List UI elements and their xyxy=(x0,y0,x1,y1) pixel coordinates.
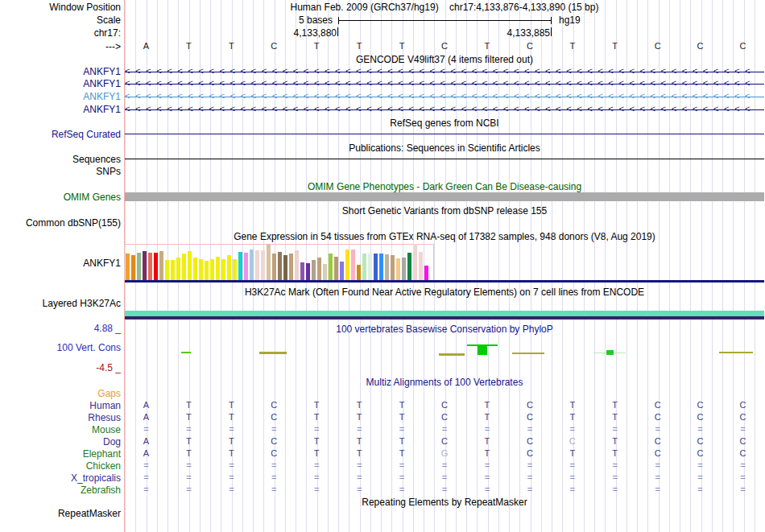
layered-h3k27ac-label[interactable]: Layered H3K27Ac xyxy=(0,298,121,309)
refseq-title: RefSeq genes from NCBI xyxy=(125,118,764,129)
gtex-tissue-bar[interactable] xyxy=(424,266,428,280)
gtex-tissue-bar[interactable] xyxy=(300,262,304,280)
gtex-tissue-bar[interactable] xyxy=(407,253,411,280)
sequences-label[interactable]: Sequences xyxy=(0,154,121,165)
gtex-tissue-bar[interactable] xyxy=(323,264,327,280)
gtex-tissue-bar[interactable] xyxy=(182,254,186,280)
gene-model-row[interactable]: <<<<<<<<<<<<<<<<<<<<<<<<<<<<<<<<<<<<<<<<… xyxy=(125,66,764,78)
gene-model-row[interactable]: <<<<<<<<<<<<<<<<<<<<<<<<<<<<<<<<<<<<<<<<… xyxy=(125,104,764,116)
vert-cons-label[interactable]: 100 Vert. Cons xyxy=(0,342,121,353)
h3k27ac-signal-band[interactable] xyxy=(125,311,764,316)
gene-model-row[interactable]: <<<<<<<<<<<<<<<<<<<<<<<<<<<<<<<<<<<<<<<<… xyxy=(125,91,764,103)
gtex-tissue-bar[interactable] xyxy=(345,250,349,280)
multiz-align-cell: T xyxy=(381,400,424,410)
gtex-tissue-bar[interactable] xyxy=(250,250,254,280)
gene-label-ankfy1-2[interactable]: ANKFY1 xyxy=(0,78,121,89)
multiz-align-cell: = xyxy=(125,424,167,435)
gtex-tissue-bar[interactable] xyxy=(165,260,169,280)
gtex-tissue-bar[interactable] xyxy=(402,258,406,280)
gtex-tissue-bar[interactable] xyxy=(188,251,192,280)
gtex-tissue-bar[interactable] xyxy=(221,259,225,280)
gtex-tissue-bar[interactable] xyxy=(283,255,287,280)
gtex-tissue-bar[interactable] xyxy=(199,259,203,280)
refseq-gene-line[interactable] xyxy=(125,134,764,134)
chrom-label: chr17: xyxy=(0,27,121,39)
position-title: Human Feb. 2009 (GRCh37/hg19) chr17:4,13… xyxy=(125,2,764,13)
gtex-tissue-bar[interactable] xyxy=(126,254,130,280)
gtex-tissue-bar[interactable] xyxy=(317,258,321,280)
gene-label-ankfy1-1[interactable]: ANKFY1 xyxy=(0,66,121,77)
gtex-tissue-bar[interactable] xyxy=(255,250,259,280)
gtex-tissue-bar[interactable] xyxy=(193,258,197,280)
multiz-align-cell: = xyxy=(679,485,722,495)
gtex-tissue-bar[interactable] xyxy=(244,253,248,280)
gtex-tissue-bar[interactable] xyxy=(233,259,237,280)
gtex-tissue-bar[interactable] xyxy=(419,252,423,280)
multiz-align-cell: C xyxy=(636,412,679,423)
gtex-gene-label[interactable]: ANKFY1 xyxy=(0,258,121,269)
gtex-tissue-bar[interactable] xyxy=(289,254,293,280)
multiz-align-cell: T xyxy=(296,448,338,459)
multiz-align-cell: C xyxy=(679,412,722,423)
omim-gene-bar[interactable] xyxy=(125,192,764,201)
gtex-tissue-bar[interactable] xyxy=(379,254,383,280)
gtex-tissue-bar[interactable] xyxy=(267,244,271,280)
gtex-tissue-bar[interactable] xyxy=(368,254,372,280)
omim-genes-label[interactable]: OMIM Genes xyxy=(0,192,121,203)
sequence-base: C xyxy=(253,41,296,52)
scale-bar xyxy=(338,20,552,21)
gtex-tissue-bar[interactable] xyxy=(143,251,147,280)
multiz-align-cell: = xyxy=(381,460,424,471)
gtex-tissue-bar[interactable] xyxy=(238,252,242,280)
gene-label-ankfy1-3[interactable]: ANKFY1 xyxy=(0,91,121,102)
repeatmasker-label[interactable]: RepeatMasker xyxy=(0,508,121,519)
gtex-tissue-bar[interactable] xyxy=(391,255,395,280)
gtex-tissue-bar[interactable] xyxy=(272,254,276,280)
multiz-align-cell: T xyxy=(593,412,636,423)
multiz-align-cell: = xyxy=(253,472,296,483)
gtex-tissue-bar[interactable] xyxy=(306,263,310,280)
gtex-tissue-bar[interactable] xyxy=(351,250,355,280)
gtex-tissue-bar[interactable] xyxy=(396,258,400,280)
gtex-tissue-bar[interactable] xyxy=(362,254,366,280)
multiz-species-label-zebrafish[interactable]: Zebrafish xyxy=(0,485,121,496)
refseq-curated-label[interactable]: RefSeq Curated xyxy=(0,129,121,140)
common-dbsnp-label[interactable]: Common dbSNP(155) xyxy=(0,217,121,229)
gtex-tissue-bar[interactable] xyxy=(227,255,231,280)
gtex-tissue-bar[interactable] xyxy=(171,260,175,280)
gene-model-row[interactable]: <<<<<<<<<<<<<<<<<<<<<<<<<<<<<<<<<<<<<<<<… xyxy=(125,78,764,90)
gtex-tissue-bar[interactable] xyxy=(159,251,163,280)
gtex-tissue-bar[interactable] xyxy=(340,262,344,280)
gtex-tissue-bar[interactable] xyxy=(261,250,265,280)
phylop-score-mark xyxy=(512,353,544,354)
gtex-tissue-bar[interactable] xyxy=(154,253,158,280)
gtex-tissue-bar[interactable] xyxy=(295,250,299,280)
snps-label[interactable]: SNPs xyxy=(0,166,121,177)
multiz-species-label-x_tropicalis[interactable]: X_tropicalis xyxy=(0,472,121,484)
gtex-tissue-bar[interactable] xyxy=(385,254,389,280)
gtex-tissue-bar[interactable] xyxy=(137,253,141,280)
gtex-tissue-bar[interactable] xyxy=(413,244,417,280)
multiz-species-label-mouse[interactable]: Mouse xyxy=(0,424,121,435)
gtex-tissue-bar[interactable] xyxy=(176,258,180,280)
multiz-species-label-chicken[interactable]: Chicken xyxy=(0,460,121,472)
gtex-tissue-bar[interactable] xyxy=(210,259,214,280)
gtex-tissue-bar[interactable] xyxy=(278,252,282,280)
multiz-species-label-elephant[interactable]: Elephant xyxy=(0,448,121,460)
multiz-species-label-rhesus[interactable]: Rhesus xyxy=(0,412,121,423)
gtex-tissue-bar[interactable] xyxy=(357,265,361,280)
gtex-tissue-bar[interactable] xyxy=(374,254,378,280)
multiz-species-label-human[interactable]: Human xyxy=(0,400,121,411)
multiz-species-label-gaps[interactable]: Gaps xyxy=(0,388,121,399)
gtex-tissue-bar[interactable] xyxy=(329,254,333,280)
gtex-tissue-bar[interactable] xyxy=(131,255,135,280)
gtex-tissue-bar[interactable] xyxy=(148,253,152,280)
gtex-tissue-bar[interactable] xyxy=(205,261,209,280)
gene-label-ankfy1-4[interactable]: ANKFY1 xyxy=(0,104,121,115)
multiz-align-cell: = xyxy=(125,472,167,483)
multiz-species-label-dog[interactable]: Dog xyxy=(0,436,121,447)
publications-item-line[interactable] xyxy=(125,159,764,159)
gtex-tissue-bar[interactable] xyxy=(216,257,220,280)
gtex-tissue-bar[interactable] xyxy=(312,260,316,280)
gtex-tissue-bar[interactable] xyxy=(334,257,338,280)
